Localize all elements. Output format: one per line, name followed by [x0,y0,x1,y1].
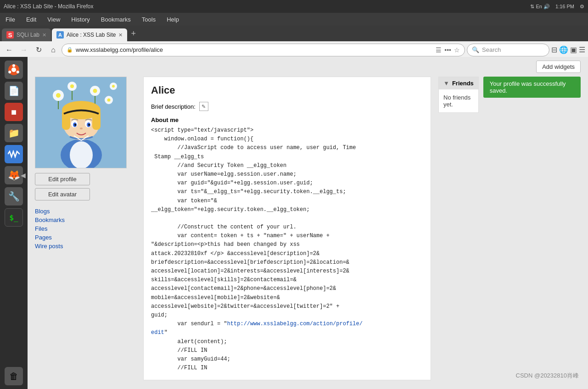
home-button[interactable]: ⌂ [47,44,60,56]
svg-point-2 [12,64,15,67]
url-bar[interactable]: 🔒 www.xsslabelgg.com/profile/alice ☰ •••… [62,44,465,56]
tab-sqli[interactable]: S SQLi Lab ✕ [2,28,51,41]
reader-view-icon[interactable]: ☰ [436,46,442,54]
tab-sqli-close[interactable]: ✕ [42,32,46,38]
bookmarks-library-icon[interactable]: ⊟ [551,45,557,54]
sidebar-icon-ubuntu[interactable] [5,61,23,71]
security-lock-icon: 🔒 [67,47,73,53]
tab-xss[interactable]: A Alice : XSS Lab Site ✕ [52,28,127,41]
clock: 1:16 PM [555,4,574,9]
system-icons: ⇅ En 🔊 [530,4,550,10]
forward-button[interactable]: → [17,44,30,56]
sidebar-toggle-icon[interactable]: ▣ [570,45,577,54]
add-widgets-bar: Add widgets [28,57,588,71]
tab-xss-close[interactable]: ✕ [118,32,123,38]
left-sidebar: 📄 ■ 📁 🦊 ◀ 🔧 $_ 🗑 [0,57,28,71]
menu-history[interactable]: History [69,15,91,24]
search-bar[interactable]: 🔍 Search [467,44,549,56]
tab-xss-label: Alice : XSS Lab Site [67,32,116,38]
title-bar: Alice : XSS Lab Site - Mozilla Firefox ⇅… [0,0,588,13]
tab-bar: S SQLi Lab ✕ A Alice : XSS Lab Site ✕ + [0,26,588,41]
nav-bar: ← → ↻ ⌂ 🔒 www.xsslabelgg.com/profile/ali… [0,41,588,59]
menu-edit[interactable]: Edit [24,15,38,24]
bookmark-star-icon[interactable]: ☆ [454,46,460,54]
window-title: Alice : XSS Lab Site - Mozilla Firefox [4,3,93,10]
url-text: www.xsslabelgg.com/profile/alice [76,46,433,53]
firefox-account-icon[interactable]: 🌐 [559,45,568,54]
main-content: Add widgets [28,57,588,71]
new-tab-button[interactable]: + [128,29,139,39]
more-options-icon[interactable]: ••• [444,46,451,54]
menu-bar: File Edit View History Bookmarks Tools H… [0,13,588,26]
menu-bookmarks[interactable]: Bookmarks [99,15,133,24]
tab-sqli-favicon: S [6,31,14,39]
settings-icon[interactable]: ⚙ [580,4,584,10]
search-placeholder: Search [482,46,501,53]
menu-file[interactable]: File [4,15,17,24]
menu-tools[interactable]: Tools [140,15,157,24]
tab-xss-favicon: A [56,31,64,39]
add-widgets-button[interactable]: Add widgets [536,61,581,71]
reload-button[interactable]: ↻ [32,44,45,56]
menu-view[interactable]: View [45,15,62,24]
back-button[interactable]: ← [3,44,16,56]
tab-sqli-label: SQLi Lab [17,32,39,38]
hamburger-menu-icon[interactable]: ☰ [579,45,585,54]
search-icon: 🔍 [472,46,479,53]
menu-help[interactable]: Help [165,15,181,24]
